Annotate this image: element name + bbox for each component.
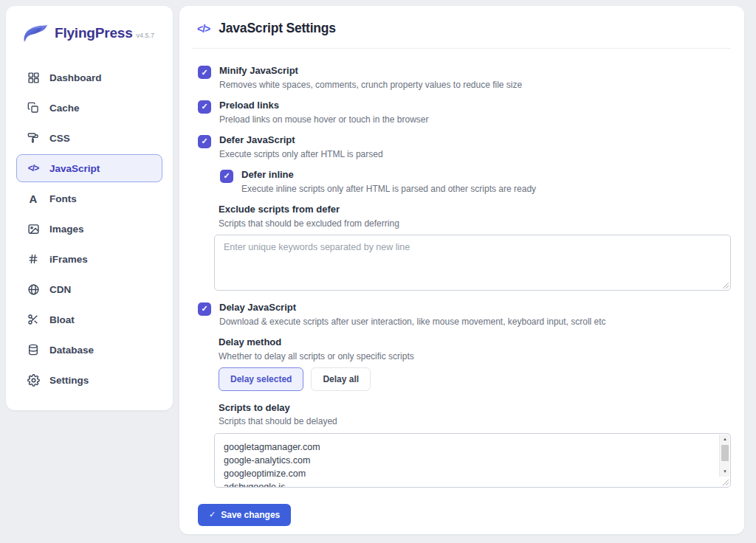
check-icon: ✓ — [209, 510, 216, 519]
sidebar-item-label: CSS — [49, 133, 70, 144]
sidebar-item-fonts[interactable]: A Fonts — [16, 184, 162, 212]
sidebar-item-label: Settings — [49, 375, 89, 386]
copy-pages-icon — [26, 100, 41, 115]
logo: FlyingPress v4.5.7 — [16, 22, 162, 44]
setting-defer-inline: ✓ Defer inline Execute inline scripts on… — [220, 169, 731, 194]
scrollbar-thumb[interactable] — [721, 445, 729, 461]
code-icon: </> — [197, 23, 210, 35]
setting-description: Removes white spaces, comments, crunch p… — [219, 80, 522, 90]
setting-title: Exclude scripts from defer — [219, 204, 731, 215]
delay-method-button-group: Delay selected Delay all — [219, 367, 731, 391]
sidebar-item-cache[interactable]: Cache — [16, 94, 162, 122]
setting-title: Minify JavaScript — [219, 65, 522, 77]
main-panel: </> JavaScript Settings ✓ Minify JavaScr… — [179, 6, 744, 534]
sidebar-item-database[interactable]: Database — [16, 336, 162, 364]
sidebar-item-bloat[interactable]: Bloat — [16, 305, 162, 333]
setting-title: Preload links — [219, 100, 428, 111]
resize-handle-icon[interactable] — [722, 479, 729, 486]
sidebar-item-javascript[interactable]: </> JavaScript — [16, 154, 162, 182]
grid-icon — [26, 70, 41, 85]
setting-defer-javascript: ✓ Defer JavaScript Execute scripts only … — [198, 134, 731, 159]
exclude-defer-field-wrap — [214, 235, 731, 291]
defer-inline-checkbox[interactable]: ✓ — [220, 170, 233, 183]
setting-description: Preload links on mouse hover or touch in… — [219, 114, 428, 125]
font-a-icon: A — [26, 191, 41, 206]
delay-selected-button[interactable]: Delay selected — [219, 367, 303, 391]
delay-all-button[interactable]: Delay all — [311, 367, 371, 391]
sidebar-item-cdn[interactable]: CDN — [16, 275, 162, 303]
flyingpress-logo-icon — [22, 22, 49, 44]
database-icon — [26, 342, 41, 357]
setting-title: Delay JavaScript — [219, 302, 606, 314]
setting-description: Execute inline scripts only after HTML i… — [241, 184, 536, 194]
scrollbar[interactable]: ▲ ▼ — [719, 435, 729, 477]
minify-javascript-checkbox[interactable]: ✓ — [198, 66, 211, 79]
sidebar-item-label: Bloat — [49, 314, 75, 325]
sidebar-item-label: JavaScript — [49, 163, 100, 174]
setting-description: Download & execute scripts after user in… — [219, 317, 606, 327]
hash-icon — [26, 252, 41, 266]
sidebar-item-label: CDN — [49, 284, 71, 295]
page-header: </> JavaScript Settings — [179, 6, 744, 48]
delay-javascript-checkbox[interactable]: ✓ — [198, 302, 211, 316]
page-title: JavaScript Settings — [219, 21, 336, 36]
sidebar-item-settings[interactable]: Settings — [16, 366, 162, 394]
preload-links-checkbox[interactable]: ✓ — [198, 100, 211, 114]
setting-exclude-defer-label: Exclude scripts from defer Scripts that … — [219, 204, 731, 229]
setting-delay-javascript: ✓ Delay JavaScript Download & execute sc… — [198, 302, 731, 327]
setting-description: Scripts that should be delayed — [219, 416, 731, 426]
sidebar-item-images[interactable]: Images — [16, 215, 162, 243]
settings-content: ✓ Minify JavaScript Removes white spaces… — [179, 49, 744, 526]
setting-title: Defer JavaScript — [219, 134, 383, 146]
setting-title: Defer inline — [241, 169, 536, 181]
scroll-down-icon[interactable]: ▼ — [720, 467, 730, 477]
sidebar-item-iframes[interactable]: iFrames — [16, 245, 162, 273]
setting-title: Scripts to delay — [219, 402, 731, 414]
sidebar-item-label: Images — [49, 224, 84, 235]
scroll-up-icon[interactable]: ▲ — [720, 435, 730, 444]
save-changes-label: Save changes — [221, 510, 280, 520]
exclude-defer-textarea[interactable] — [214, 235, 731, 291]
scripts-delay-textarea[interactable]: googletagmanager.com google-analytics.co… — [214, 433, 731, 488]
sidebar-item-label: iFrames — [49, 254, 88, 265]
sidebar: FlyingPress v4.5.7 Dashboard Cache CSS <… — [6, 6, 173, 410]
defer-javascript-checkbox[interactable]: ✓ — [198, 135, 211, 148]
brand-name: FlyingPress — [55, 25, 133, 41]
setting-description: Execute scripts only after HTML is parse… — [219, 149, 383, 159]
sidebar-item-css[interactable]: CSS — [16, 124, 162, 152]
scripts-delay-value: googletagmanager.com google-analytics.co… — [224, 440, 715, 487]
setting-minify-javascript: ✓ Minify JavaScript Removes white spaces… — [198, 65, 731, 90]
setting-preload-links: ✓ Preload links Preload links on mouse h… — [198, 100, 731, 125]
app-version: v4.5.7 — [137, 32, 155, 39]
setting-scripts-delay-label: Scripts to delay Scripts that should be … — [219, 402, 731, 427]
save-changes-button[interactable]: ✓ Save changes — [198, 504, 291, 526]
gear-icon — [26, 373, 41, 387]
sidebar-item-label: Cache — [49, 103, 80, 114]
sidebar-item-label: Database — [49, 345, 94, 356]
resize-handle-icon[interactable] — [722, 282, 729, 289]
code-icon: </> — [26, 161, 41, 176]
setting-title: Delay method — [219, 336, 731, 348]
paint-roller-icon — [26, 131, 41, 145]
globe-icon — [26, 282, 41, 297]
image-icon — [26, 221, 41, 236]
scissors-icon — [26, 312, 41, 327]
sidebar-item-label: Dashboard — [49, 72, 102, 83]
setting-description: Whether to delay all scripts or only spe… — [219, 351, 731, 362]
sidebar-item-label: Fonts — [49, 193, 77, 204]
sidebar-item-dashboard[interactable]: Dashboard — [16, 63, 162, 91]
setting-description: Scripts that should be excluded from def… — [219, 218, 731, 229]
setting-delay-method-label: Delay method Whether to delay all script… — [219, 336, 731, 362]
scripts-delay-field-wrap: googletagmanager.com google-analytics.co… — [214, 433, 731, 488]
